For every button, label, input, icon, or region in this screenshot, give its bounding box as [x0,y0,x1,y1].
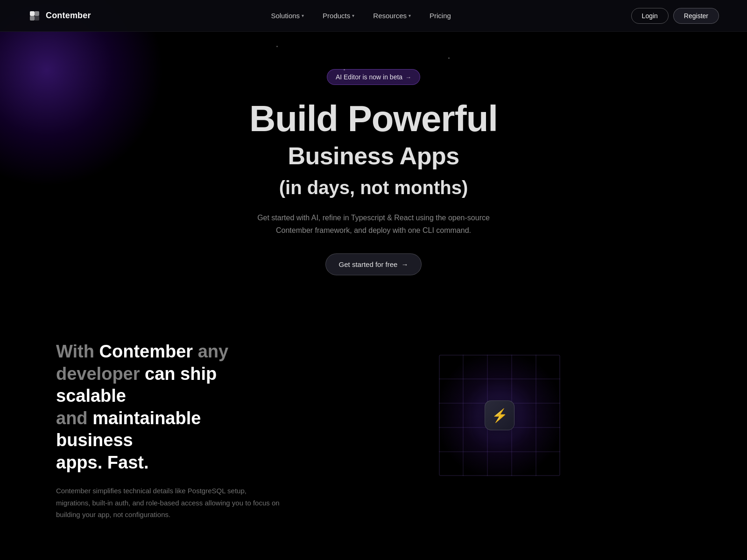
features-visual: ⚡ [308,341,691,490]
logo-text: Contember [46,11,91,21]
heading-gray-and: and [56,408,92,428]
navbar: Contember Solutions ▾ Products ▾ Resourc… [0,0,747,32]
decorative-dot [448,57,450,59]
features-section: With Contember anydeveloper can ship sca… [0,303,747,549]
chevron-down-icon: ▾ [302,13,304,18]
features-text: With Contember anydeveloper can ship sca… [56,341,280,521]
chevron-down-icon: ▾ [352,13,354,18]
svg-rect-3 [35,16,39,21]
svg-rect-2 [30,16,35,21]
nav-products[interactable]: Products ▾ [315,8,362,23]
hero-title-line2: Business Apps [288,142,459,170]
cta-arrow-icon: → [401,260,408,268]
hero-section: AI Editor is now in beta → Build Powerfu… [0,32,747,303]
heading-gray-developer: developer [56,364,145,384]
hero-title-line1: Build Powerful [249,100,498,138]
register-button[interactable]: Register [673,8,719,24]
cta-button[interactable]: Get started for free → [325,253,422,275]
login-button[interactable]: Login [631,8,669,24]
svg-rect-0 [30,11,35,16]
logo[interactable]: Contember [28,9,91,22]
features-heading: With Contember anydeveloper can ship sca… [56,341,280,474]
decorative-dot [344,69,345,70]
features-body: Contember simplifies technical details l… [56,485,280,521]
nav-resources[interactable]: Resources ▾ [366,8,418,23]
heading-white-contember: Contember [99,342,198,361]
nav-links: Solutions ▾ Products ▾ Resources ▾ Prici… [263,8,458,23]
heading-gray-any: any [198,342,228,361]
heading-gray-1: With [56,342,99,361]
beta-badge[interactable]: AI Editor is now in beta → [327,69,420,85]
nav-solutions[interactable]: Solutions ▾ [263,8,311,23]
decorative-dot [276,46,278,47]
hero-description: Get started with AI, refine in Typescrip… [257,211,490,237]
nav-pricing[interactable]: Pricing [422,8,458,23]
lightning-icon: ⚡ [492,408,508,423]
chevron-down-icon: ▾ [409,13,411,18]
grid-visual: ⚡ [425,341,574,490]
beta-badge-text: AI Editor is now in beta [336,73,402,81]
nav-actions: Login Register [631,8,719,24]
feature-icon-card: ⚡ [485,400,514,430]
svg-rect-1 [35,11,39,16]
hero-tagline: (in days, not months) [279,177,468,198]
logo-icon [28,9,41,22]
beta-arrow-icon: → [405,74,411,81]
cta-label: Get started for free [339,260,398,268]
